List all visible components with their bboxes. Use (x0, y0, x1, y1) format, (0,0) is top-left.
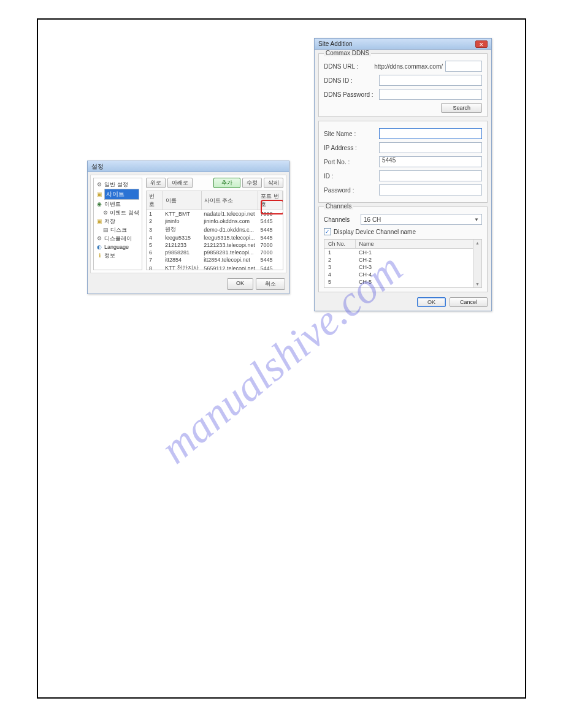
folder-icon: ▣ (96, 218, 102, 224)
table-row[interactable]: 8KTT 천안지사5659112.telecopi.net5445 (147, 264, 283, 270)
cell-addr: jininfo.okddns.com (201, 218, 258, 225)
channels-select[interactable]: 16 CH ▼ (361, 214, 482, 225)
table-row[interactable]: 1KTT_BMTnadatel1.telecopi.net7000 (147, 210, 283, 218)
scrollbar[interactable]: ▲ ▼ (473, 240, 481, 287)
col-port[interactable]: 포트 번호 (258, 191, 283, 210)
settings-footer: OK 취소 (88, 276, 289, 294)
ddns-pw-label: DDNS Password : (324, 91, 379, 98)
channel-row[interactable]: 3CH-3 (324, 264, 481, 271)
channel-row[interactable]: 5CH-5 (324, 278, 481, 286)
cell-no: 2 (147, 218, 163, 225)
site-name-input[interactable] (379, 128, 482, 139)
ddns-url-suffix-input[interactable] (445, 61, 482, 72)
col-no[interactable]: 번호 (147, 191, 163, 210)
channel-list[interactable]: Ch No. Name 1CH-12CH-23CH-34CH-45CH-5 ▲ … (324, 239, 482, 288)
cell-port: 5445 (258, 234, 283, 241)
scroll-up-icon[interactable]: ▲ (475, 241, 480, 245)
ddns-url-field: DDNS URL : http://ddns.commax.com/ (324, 61, 482, 72)
ip-field: IP Address : (324, 142, 482, 153)
site-id-input[interactable] (379, 170, 482, 181)
gear-icon: ⚙ (96, 181, 102, 188)
ok-button[interactable]: OK (227, 278, 253, 290)
add-button[interactable]: 추가 (213, 178, 240, 188)
site-addition-titlebar[interactable]: Site Addition ✕ (315, 39, 491, 50)
tree-item[interactable]: ◉이벤트 (96, 200, 139, 208)
disk-icon: ▤ (102, 227, 109, 233)
ddns-id-field: DDNS ID : (324, 75, 482, 86)
cell-ch-no: 4 (324, 271, 355, 278)
tree-item[interactable]: ◐Language (96, 243, 139, 251)
table-row[interactable]: 3원정demo-d1.okddns.c...5445 (147, 225, 283, 234)
toolbar-spacer (194, 178, 212, 188)
up-button[interactable]: 위로 (146, 178, 166, 188)
channel-row[interactable]: 4CH-4 (324, 271, 481, 278)
channels-group: Channels Channels 16 CH ▼ ✓ Display Devi… (318, 207, 488, 292)
table-row[interactable]: 521212332121233.telecopi.net7000 (147, 241, 283, 249)
table-row[interactable]: 2jininfojininfo.okddns.com5445 (147, 218, 283, 225)
site-pw-input[interactable] (379, 184, 482, 195)
ddns-pw-input[interactable] (379, 89, 482, 100)
cell-ch-name: CH-1 (355, 249, 481, 257)
cell-ch-no: 3 (324, 264, 355, 271)
settings-titlebar[interactable]: 설정 (88, 161, 289, 172)
settings-tree[interactable]: ⚙일반 설정▣사이트◉이벤트⚙이벤트 검색▣저장▤디스크⚙디스플레이◐Langu… (93, 178, 142, 270)
cell-ch-no: 2 (324, 256, 355, 264)
cell-addr: 2121233.telecopi.net (201, 241, 258, 249)
tree-item[interactable]: ⚙일반 설정 (96, 180, 139, 189)
channel-row[interactable]: 2CH-2 (324, 256, 481, 264)
ddns-group-title: Commax DDNS (324, 50, 371, 56)
table-row[interactable]: 6p9858281p9858281.telecopi...7000 (147, 249, 283, 256)
col-addr[interactable]: 사이트 주소 (201, 191, 258, 210)
cell-name: 원정 (163, 225, 201, 234)
display-channel-row: ✓ Display Device Channel name (324, 228, 482, 235)
site-id-label: ID : (324, 173, 379, 180)
cell-ch-no: 1 (324, 249, 355, 257)
ch-col-name[interactable]: Name (355, 240, 481, 249)
cell-port: 7000 (258, 241, 283, 249)
tree-item[interactable]: ▤디스크 (96, 226, 139, 234)
down-button[interactable]: 아래로 (167, 178, 193, 188)
ddns-id-input[interactable] (379, 75, 482, 86)
scroll-down-icon[interactable]: ▼ (475, 282, 480, 286)
ch-col-no[interactable]: Ch No. (324, 240, 355, 249)
port-input[interactable]: 5445 (379, 156, 482, 167)
cancel-button[interactable]: Cancel (450, 297, 488, 307)
delete-button[interactable]: 삭제 (264, 178, 283, 188)
info-icon: ℹ (96, 252, 102, 259)
tree-item[interactable]: ▣저장 (96, 217, 139, 226)
ddns-pw-field: DDNS Password : (324, 89, 482, 100)
search-button[interactable]: Search (441, 103, 482, 113)
cell-name: itt2854 (163, 256, 201, 264)
tree-item-label: 이벤트 (104, 200, 121, 208)
ip-input[interactable] (379, 142, 482, 153)
close-icon[interactable]: ✕ (475, 40, 488, 48)
tree-item[interactable]: ▣사이트 (96, 189, 139, 200)
tree-item[interactable]: ⚙디스플레이 (96, 234, 139, 243)
settings-toolbar: 위로 아래로 추가 수정 삭제 (146, 178, 283, 188)
cell-name: leegu5315 (163, 234, 201, 241)
col-name[interactable]: 이름 (163, 191, 201, 210)
ok-button[interactable]: OK (417, 297, 446, 307)
tree-item-label: 사이트 (104, 189, 139, 200)
cancel-button[interactable]: 취소 (256, 278, 285, 290)
site-table[interactable]: 번호 이름 사이트 주소 포트 번호 1KTT_BMTnadatel1.tele… (147, 191, 283, 270)
site-id-field: ID : (324, 170, 482, 181)
cell-port: 5445 (258, 218, 283, 225)
channel-row[interactable]: 1CH-1 (324, 249, 481, 257)
ddns-search-row: Search (324, 103, 482, 113)
table-row[interactable]: 7itt2854itt2854.telecopi.net5445 (147, 256, 283, 264)
table-row[interactable]: 4leegu5315leegu5315.telecopi...5445 (147, 234, 283, 241)
cell-ch-name: CH-3 (355, 264, 481, 271)
cell-no: 7 (147, 256, 163, 264)
cell-addr: leegu5315.telecopi... (201, 234, 258, 241)
display-channel-checkbox[interactable]: ✓ (324, 228, 331, 235)
port-field: Port No. : 5445 (324, 156, 482, 167)
cell-name: 2121233 (163, 241, 201, 249)
channels-label: Channels (324, 216, 361, 223)
channels-field: Channels 16 CH ▼ (324, 214, 482, 225)
cell-no: 5 (147, 241, 163, 249)
tree-item[interactable]: ℹ정보 (96, 251, 139, 260)
site-addition-body: Commax DDNS DDNS URL : http://ddns.comma… (315, 50, 491, 311)
tree-item[interactable]: ⚙이벤트 검색 (96, 208, 139, 217)
edit-button[interactable]: 수정 (242, 178, 262, 188)
